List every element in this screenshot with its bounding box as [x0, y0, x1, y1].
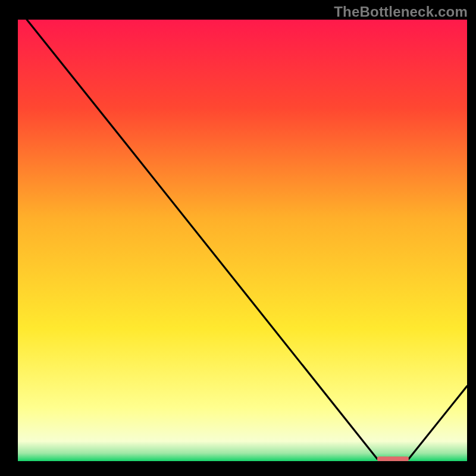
chart-svg — [18, 20, 467, 461]
chart-background — [18, 20, 467, 461]
chart-plot — [18, 20, 467, 461]
watermark-text: TheBottleneck.com — [334, 4, 468, 20]
valley-marker — [377, 456, 409, 461]
chart-stage: TheBottleneck.com — [0, 0, 476, 476]
